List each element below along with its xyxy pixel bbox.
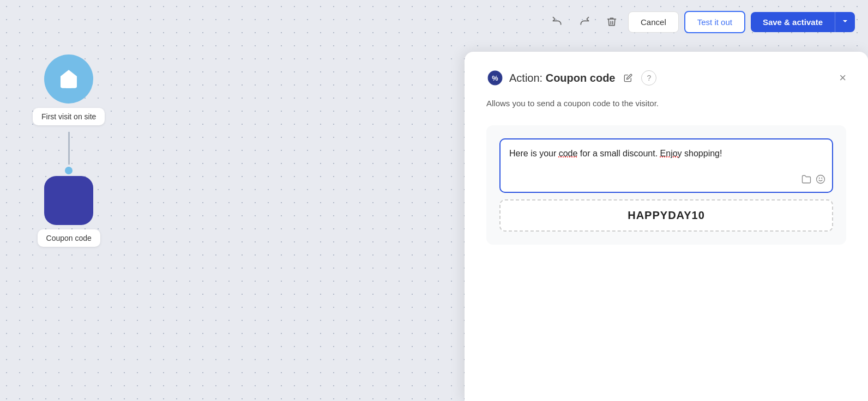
message-icons [801, 174, 825, 186]
save-dropdown-button[interactable] [835, 12, 855, 32]
emoji-icon[interactable] [816, 174, 825, 186]
delete-button[interactable] [601, 11, 623, 33]
coupon-code-box: HAPPYDAY10 [499, 199, 833, 232]
message-text: Here is your code for a small discount. … [509, 147, 823, 160]
panel-preview: Here is your code for a small discount. … [486, 125, 846, 245]
panel-action-icon: % [486, 69, 504, 87]
help-button[interactable]: ? [641, 70, 656, 86]
edit-title-button[interactable] [620, 70, 636, 86]
folder-icon[interactable] [801, 174, 811, 186]
save-activate-button[interactable]: Save & activate [751, 12, 835, 32]
trigger-node[interactable] [44, 54, 93, 104]
svg-text:%: % [492, 74, 498, 82]
flow-canvas: First visit on site Coupon code [33, 54, 105, 247]
action-panel: % Action: Coupon code ? × Allows you to … [465, 52, 868, 401]
action-node[interactable] [44, 176, 93, 225]
trigger-label: First visit on site [33, 108, 105, 125]
panel-description: Allows you to send a coupon code to the … [486, 98, 846, 110]
undo-button[interactable] [546, 11, 568, 33]
action-label: Coupon code [38, 229, 100, 247]
panel-header: % Action: Coupon code ? × [486, 69, 846, 87]
cancel-button[interactable]: Cancel [628, 11, 679, 33]
panel-title-area: % Action: Coupon code ? [486, 69, 656, 87]
panel-title: Action: Coupon code [509, 72, 615, 84]
redo-button[interactable] [574, 11, 595, 33]
message-box[interactable]: Here is your code for a small discount. … [499, 138, 833, 193]
panel-close-button[interactable]: × [839, 71, 846, 85]
test-button[interactable]: Test it out [684, 11, 745, 33]
svg-point-6 [817, 175, 825, 183]
toolbar: Cancel Test it out Save & activate [0, 0, 868, 44]
message-text-content: Here is your code for a small discount. … [509, 149, 722, 158]
save-activate-group: Save & activate [751, 12, 855, 32]
panel-title-prefix: Action: [509, 72, 546, 84]
panel-title-text: Coupon code [546, 72, 616, 84]
connector [65, 125, 73, 171]
panel-title-actions: ? [620, 70, 656, 86]
coupon-code-text: HAPPYDAY10 [628, 209, 705, 221]
